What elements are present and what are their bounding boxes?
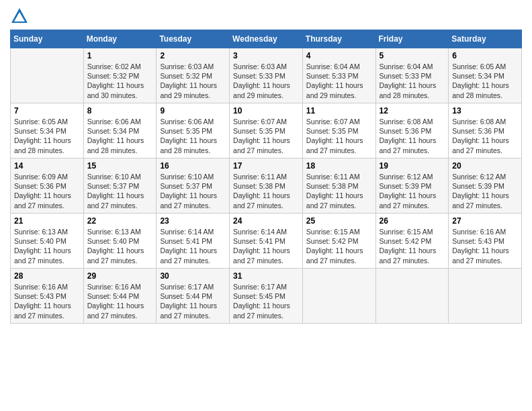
day-number: 29	[87, 271, 153, 281]
day-info: Sunrise: 6:07 AM Sunset: 5:35 PM Dayligh…	[306, 117, 372, 155]
day-number: 30	[160, 271, 226, 281]
day-number: 22	[87, 216, 153, 226]
day-info: Sunrise: 6:13 AM Sunset: 5:40 PM Dayligh…	[14, 227, 80, 265]
day-number: 26	[380, 216, 445, 226]
calendar-header-saturday: Saturday	[449, 30, 522, 48]
calendar-week-3: 14Sunrise: 6:09 AM Sunset: 5:36 PM Dayli…	[11, 158, 522, 214]
calendar-week-5: 28Sunrise: 6:16 AM Sunset: 5:43 PM Dayli…	[11, 269, 522, 324]
calendar-cell: 18Sunrise: 6:11 AM Sunset: 5:38 PM Dayli…	[302, 158, 375, 214]
calendar-cell: 9Sunrise: 6:06 AM Sunset: 5:35 PM Daylig…	[157, 103, 230, 158]
calendar-cell: 2Sunrise: 6:03 AM Sunset: 5:32 PM Daylig…	[157, 48, 230, 103]
day-info: Sunrise: 6:17 AM Sunset: 5:44 PM Dayligh…	[160, 282, 226, 320]
day-info: Sunrise: 6:03 AM Sunset: 5:33 PM Dayligh…	[233, 62, 299, 100]
day-info: Sunrise: 6:11 AM Sunset: 5:38 PM Dayligh…	[306, 172, 372, 210]
day-number: 24	[233, 216, 299, 226]
calendar-cell: 25Sunrise: 6:15 AM Sunset: 5:42 PM Dayli…	[302, 214, 375, 269]
day-info: Sunrise: 6:11 AM Sunset: 5:38 PM Dayligh…	[233, 172, 299, 210]
day-info: Sunrise: 6:17 AM Sunset: 5:45 PM Dayligh…	[233, 282, 299, 320]
calendar-cell: 23Sunrise: 6:14 AM Sunset: 5:41 PM Dayli…	[157, 214, 230, 269]
calendar-cell: 22Sunrise: 6:13 AM Sunset: 5:40 PM Dayli…	[83, 214, 157, 269]
calendar-cell: 26Sunrise: 6:15 AM Sunset: 5:42 PM Dayli…	[375, 214, 449, 269]
calendar-header-monday: Monday	[83, 30, 157, 48]
calendar-header-tuesday: Tuesday	[157, 30, 230, 48]
day-number: 31	[233, 271, 299, 281]
calendar-header-sunday: Sunday	[11, 30, 84, 48]
calendar-cell: 6Sunrise: 6:05 AM Sunset: 5:34 PM Daylig…	[449, 48, 522, 103]
day-number: 17	[233, 161, 299, 171]
calendar-cell: 31Sunrise: 6:17 AM Sunset: 5:45 PM Dayli…	[230, 269, 303, 324]
day-info: Sunrise: 6:07 AM Sunset: 5:35 PM Dayligh…	[233, 117, 299, 155]
calendar-cell: 30Sunrise: 6:17 AM Sunset: 5:44 PM Dayli…	[157, 269, 230, 324]
calendar-cell: 10Sunrise: 6:07 AM Sunset: 5:35 PM Dayli…	[230, 103, 303, 158]
day-number: 27	[452, 216, 518, 226]
calendar-cell: 29Sunrise: 6:16 AM Sunset: 5:44 PM Dayli…	[83, 269, 157, 324]
day-info: Sunrise: 6:12 AM Sunset: 5:39 PM Dayligh…	[380, 172, 445, 210]
day-number: 14	[14, 161, 80, 171]
calendar-cell: 17Sunrise: 6:11 AM Sunset: 5:38 PM Dayli…	[230, 158, 303, 214]
calendar-cell: 7Sunrise: 6:05 AM Sunset: 5:34 PM Daylig…	[11, 103, 84, 158]
day-number: 1	[87, 51, 153, 60]
day-info: Sunrise: 6:05 AM Sunset: 5:34 PM Dayligh…	[14, 117, 80, 155]
calendar-header-friday: Friday	[375, 30, 449, 48]
calendar-cell: 1Sunrise: 6:02 AM Sunset: 5:32 PM Daylig…	[83, 48, 157, 103]
day-number: 16	[160, 161, 226, 171]
day-number: 23	[160, 216, 226, 226]
day-number: 9	[160, 106, 226, 116]
calendar-cell: 21Sunrise: 6:13 AM Sunset: 5:40 PM Dayli…	[11, 214, 84, 269]
calendar-cell: 28Sunrise: 6:16 AM Sunset: 5:43 PM Dayli…	[11, 269, 84, 324]
day-info: Sunrise: 6:06 AM Sunset: 5:35 PM Dayligh…	[160, 117, 226, 155]
calendar-cell: 24Sunrise: 6:14 AM Sunset: 5:41 PM Dayli…	[230, 214, 303, 269]
logo	[10, 7, 32, 26]
day-number: 12	[380, 106, 445, 116]
day-number: 8	[87, 106, 153, 116]
calendar-cell: 8Sunrise: 6:06 AM Sunset: 5:34 PM Daylig…	[83, 103, 157, 158]
day-number: 11	[306, 106, 372, 116]
day-info: Sunrise: 6:05 AM Sunset: 5:34 PM Dayligh…	[452, 62, 518, 100]
day-info: Sunrise: 6:12 AM Sunset: 5:39 PM Dayligh…	[452, 172, 518, 210]
day-number: 28	[14, 271, 80, 281]
day-number: 10	[233, 106, 299, 116]
day-info: Sunrise: 6:14 AM Sunset: 5:41 PM Dayligh…	[233, 227, 299, 265]
day-number: 4	[306, 51, 372, 60]
day-info: Sunrise: 6:10 AM Sunset: 5:37 PM Dayligh…	[87, 172, 153, 210]
day-info: Sunrise: 6:04 AM Sunset: 5:33 PM Dayligh…	[380, 62, 445, 100]
day-info: Sunrise: 6:08 AM Sunset: 5:36 PM Dayligh…	[452, 117, 518, 155]
day-number: 19	[380, 161, 445, 171]
day-info: Sunrise: 6:15 AM Sunset: 5:42 PM Dayligh…	[306, 227, 372, 265]
day-number: 18	[306, 161, 372, 171]
calendar-table: SundayMondayTuesdayWednesdayThursdayFrid…	[10, 30, 522, 324]
calendar-cell: 4Sunrise: 6:04 AM Sunset: 5:33 PM Daylig…	[302, 48, 375, 103]
calendar-header-wednesday: Wednesday	[230, 30, 303, 48]
day-number: 7	[14, 106, 80, 116]
calendar-cell: 5Sunrise: 6:04 AM Sunset: 5:33 PM Daylig…	[375, 48, 449, 103]
day-number: 25	[306, 216, 372, 226]
day-number: 13	[452, 106, 518, 116]
calendar-week-1: 1Sunrise: 6:02 AM Sunset: 5:32 PM Daylig…	[11, 48, 522, 103]
day-info: Sunrise: 6:10 AM Sunset: 5:37 PM Dayligh…	[160, 172, 226, 210]
header	[10, 7, 522, 26]
day-number: 6	[452, 51, 518, 60]
day-info: Sunrise: 6:16 AM Sunset: 5:43 PM Dayligh…	[452, 227, 518, 265]
calendar-cell	[302, 269, 375, 324]
day-info: Sunrise: 6:15 AM Sunset: 5:42 PM Dayligh…	[380, 227, 445, 265]
day-number: 15	[87, 161, 153, 171]
day-number: 3	[233, 51, 299, 60]
day-number: 5	[380, 51, 445, 60]
calendar-cell: 20Sunrise: 6:12 AM Sunset: 5:39 PM Dayli…	[449, 158, 522, 214]
calendar-cell: 12Sunrise: 6:08 AM Sunset: 5:36 PM Dayli…	[375, 103, 449, 158]
calendar-cell: 13Sunrise: 6:08 AM Sunset: 5:36 PM Dayli…	[449, 103, 522, 158]
logo-icon	[10, 7, 29, 26]
day-info: Sunrise: 6:04 AM Sunset: 5:33 PM Dayligh…	[306, 62, 372, 100]
day-info: Sunrise: 6:08 AM Sunset: 5:36 PM Dayligh…	[380, 117, 445, 155]
calendar-week-4: 21Sunrise: 6:13 AM Sunset: 5:40 PM Dayli…	[11, 214, 522, 269]
calendar-cell	[11, 48, 84, 103]
calendar-header-row: SundayMondayTuesdayWednesdayThursdayFrid…	[11, 30, 522, 48]
day-info: Sunrise: 6:14 AM Sunset: 5:41 PM Dayligh…	[160, 227, 226, 265]
day-number: 20	[452, 161, 518, 171]
calendar-cell: 3Sunrise: 6:03 AM Sunset: 5:33 PM Daylig…	[230, 48, 303, 103]
page-container: SundayMondayTuesdayWednesdayThursdayFrid…	[0, 0, 532, 327]
day-info: Sunrise: 6:16 AM Sunset: 5:43 PM Dayligh…	[14, 282, 80, 320]
day-info: Sunrise: 6:09 AM Sunset: 5:36 PM Dayligh…	[14, 172, 80, 210]
calendar-cell: 15Sunrise: 6:10 AM Sunset: 5:37 PM Dayli…	[83, 158, 157, 214]
calendar-cell: 11Sunrise: 6:07 AM Sunset: 5:35 PM Dayli…	[302, 103, 375, 158]
